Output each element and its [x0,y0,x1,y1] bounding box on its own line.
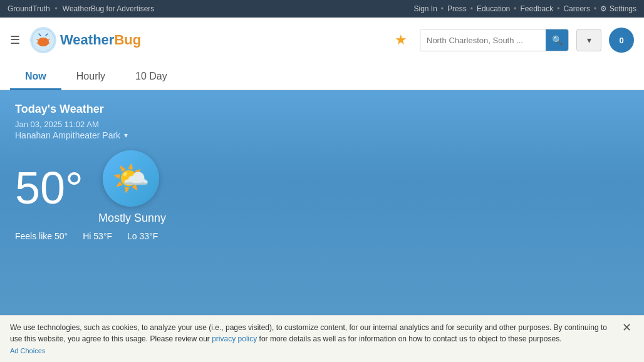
search-input[interactable] [420,29,546,51]
advertiser-link[interactable]: WeatherBug for Advertisers [63,4,155,13]
logo-bug-icon [30,27,56,53]
location-chevron-icon[interactable]: ▾ [124,131,128,140]
weather-card: Today's Weather Jan 03, 2025 11:02 AM Ha… [15,103,629,241]
feels-like: Feels like 50° [15,231,68,241]
search-container: 🔍 [420,29,569,51]
svg-point-2 [38,38,49,46]
feedback-link[interactable]: Feedback [521,4,554,13]
privacy-policy-link[interactable]: privacy policy [212,334,257,343]
notification-button[interactable]: 0 [609,28,634,53]
weather-condition-icon: 🌤️ [103,150,159,207]
logo[interactable]: WeatherBug [30,27,141,53]
groundtruth-link[interactable]: GroundTruth [8,4,50,13]
menu-icon[interactable]: ☰ [10,33,20,47]
top-bar-right: Sign In • Press • Education • Feedback •… [413,4,636,13]
press-link[interactable]: Press [447,4,467,13]
tabs-bar: Now Hourly 10 Day [0,63,644,90]
location-dropdown-button[interactable]: ▾ [576,29,601,51]
careers-link[interactable]: Careers [563,4,590,13]
weather-date: Jan 03, 2025 11:02 AM [15,120,629,129]
search-button[interactable]: 🔍 [546,29,568,51]
dot1: • [55,4,58,13]
education-link[interactable]: Education [477,4,510,13]
weather-feels-row: Feels like 50° Hi 53°F Lo 33°F [15,231,629,241]
top-bar: GroundTruth • WeatherBug for Advertisers… [0,0,644,18]
temperature-display: 50° [15,165,83,210]
settings-link[interactable]: ⚙ Settings [600,4,636,13]
ad-choices-link[interactable]: Ad Choices [10,346,615,356]
weather-location: Hanahan Ampitheater Park ▾ [15,130,629,140]
today-weather-title: Today's Weather [15,103,629,116]
cookie-text: We use technologies, such as cookies, to… [10,322,615,356]
notification-count: 0 [619,36,623,45]
cookie-text-end: for more details as well as for informat… [257,334,561,343]
top-bar-left: GroundTruth • WeatherBug for Advertisers [8,4,154,13]
weather-description: Mostly Sunny [98,212,166,225]
header: ☰ WeatherBug ★ 🔍 ▾ 0 [0,18,644,63]
favorite-button[interactable]: ★ [390,29,412,51]
tab-now[interactable]: Now [10,65,61,90]
tab-10day[interactable]: 10 Day [120,65,182,90]
cookie-banner: We use technologies, such as cookies, to… [0,315,644,363]
main-content: Today's Weather Jan 03, 2025 11:02 AM Ha… [0,90,644,316]
cookie-close-button[interactable]: ✕ [620,322,634,333]
hi-temp: Hi 53°F [83,231,112,241]
lo-temp: Lo 33°F [127,231,158,241]
weather-main: 50° 🌤️ Mostly Sunny [15,150,629,225]
tab-hourly[interactable]: Hourly [61,65,120,90]
logo-text: WeatherBug [60,32,141,48]
signin-link[interactable]: Sign In [413,4,437,13]
